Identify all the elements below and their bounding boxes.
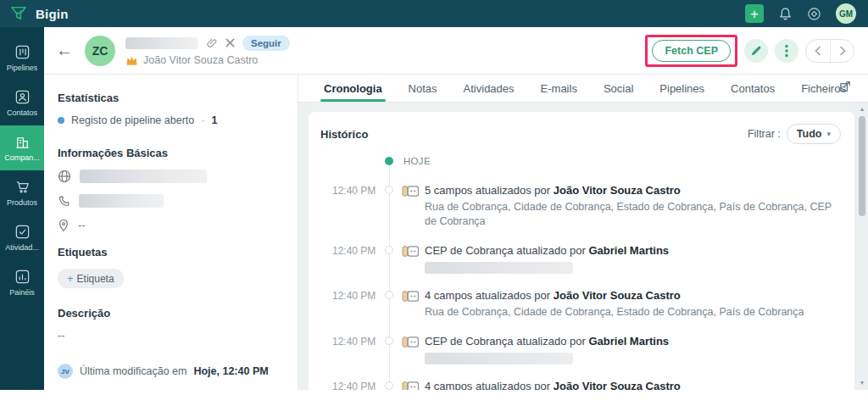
phone-value-redacted bbox=[79, 194, 164, 208]
pipelines-icon bbox=[14, 44, 31, 60]
timeline-node-icon bbox=[385, 381, 393, 390]
follow-button[interactable]: Seguir bbox=[242, 36, 290, 51]
sidebar-item-painis[interactable]: Painéis bbox=[0, 260, 44, 305]
record-tabs: CronologiaNotasAtividadesE-mailsSocialPi… bbox=[298, 75, 868, 103]
company-avatar: ZC bbox=[85, 36, 115, 66]
vertical-scrollbar[interactable]: ▴ ▾ bbox=[856, 103, 868, 390]
timeline-group-label: HOJE bbox=[403, 156, 431, 166]
modified-label: Última modificação em bbox=[80, 365, 186, 377]
open-pipeline-stat[interactable]: Registo de pipeline aberto · 1 bbox=[58, 114, 284, 126]
annotation-highlight-box: Fetch CEP bbox=[645, 35, 737, 67]
contacts-icon bbox=[14, 89, 31, 105]
back-arrow-icon[interactable]: ← bbox=[56, 41, 73, 60]
sidebar-item-atividad[interactable]: Atividad... bbox=[0, 215, 44, 260]
timeline-entry[interactable]: 12:40 PM CEP de Cobrança atualizado por … bbox=[320, 334, 841, 364]
timeline-entry[interactable]: 12:40 PM 4 campos atualizados por João V… bbox=[320, 379, 841, 390]
chevron-down-icon: ▾ bbox=[826, 130, 831, 138]
history-title: Histórico bbox=[320, 128, 368, 141]
tab-cronologia[interactable]: Cronologia bbox=[324, 75, 382, 102]
actor-name: Gabriel Martins bbox=[588, 244, 669, 257]
timeline-node-icon bbox=[385, 246, 393, 254]
products-icon bbox=[14, 179, 31, 195]
plus-icon: + bbox=[67, 272, 74, 285]
sidebar-item-contatos[interactable]: Contatos bbox=[0, 81, 44, 125]
filter-label: Filtrar : bbox=[748, 128, 781, 140]
next-record-button[interactable] bbox=[830, 40, 854, 62]
stats-section-title: Estatísticas bbox=[58, 92, 284, 104]
entry-detail-redacted bbox=[425, 353, 573, 364]
tab-ficheiros[interactable]: Ficheiros bbox=[801, 75, 846, 102]
description-value: -- bbox=[58, 330, 284, 342]
tab-atividades[interactable]: Atividades bbox=[464, 75, 515, 102]
scroll-up-arrow-icon[interactable]: ▴ bbox=[856, 105, 868, 113]
stat-label: Registo de pipeline aberto bbox=[71, 114, 194, 126]
tab-pipelines[interactable]: Pipelines bbox=[659, 75, 704, 102]
dashboards-icon bbox=[14, 269, 31, 285]
timeline-node-icon bbox=[385, 186, 393, 194]
field-update-icon bbox=[402, 183, 420, 198]
address-field[interactable]: -- bbox=[58, 219, 284, 232]
previous-record-button[interactable] bbox=[806, 40, 830, 62]
brand[interactable]: Bigin bbox=[10, 6, 69, 21]
owner-name: João Vitor Souza Castro bbox=[143, 54, 258, 66]
more-options-kebab-icon[interactable] bbox=[775, 39, 798, 63]
timeline-entry[interactable]: 12:40 PM 5 campos atualizados por João V… bbox=[320, 183, 841, 229]
phone-field[interactable] bbox=[58, 194, 284, 208]
scrollbar-thumb[interactable] bbox=[859, 116, 865, 216]
record-info-panel: Estatísticas Registo de pipeline aberto … bbox=[44, 75, 298, 390]
entry-detail-redacted bbox=[425, 262, 573, 274]
globe-icon bbox=[58, 170, 71, 183]
timeline-entry[interactable]: 12:40 PM CEP de Cobrança atualizado por … bbox=[320, 243, 841, 274]
stat-value: 1 bbox=[211, 114, 217, 126]
company-name-redacted bbox=[125, 37, 198, 49]
twitter-x-icon[interactable] bbox=[225, 37, 236, 48]
topbar: Bigin + GM bbox=[0, 0, 868, 27]
address-value: -- bbox=[78, 220, 85, 231]
tags-section-title: Etiquetas bbox=[58, 246, 284, 259]
history-timeline: HOJE 12:40 PM 5 campos atualizados por J… bbox=[320, 156, 841, 390]
stat-dot-icon bbox=[58, 117, 64, 124]
sidebar-item-pipelines[interactable]: Pipelines bbox=[0, 36, 44, 81]
modified-time: Hoje, 12:40 PM bbox=[193, 365, 268, 377]
record-detail-area: CronologiaNotasAtividadesE-mailsSocialPi… bbox=[298, 75, 868, 390]
field-update-icon bbox=[402, 243, 420, 259]
subscription-icon[interactable] bbox=[807, 7, 821, 21]
user-avatar[interactable]: GM bbox=[836, 3, 856, 24]
edit-pencil-icon[interactable] bbox=[744, 39, 768, 63]
link-icon[interactable] bbox=[205, 36, 218, 49]
website-value-redacted bbox=[80, 170, 207, 183]
notifications-bell-icon[interactable] bbox=[778, 7, 793, 21]
tab-social[interactable]: Social bbox=[604, 75, 633, 102]
website-field[interactable] bbox=[58, 170, 284, 183]
timeline-entry[interactable]: 12:40 PM 4 campos atualizados por João V… bbox=[320, 288, 841, 320]
sidebar-item-produtos[interactable]: Produtos bbox=[0, 170, 44, 215]
app-name: Bigin bbox=[36, 7, 69, 21]
modifier-avatar: JV bbox=[58, 364, 73, 379]
sidebar-item-compan[interactable]: Compan... bbox=[0, 125, 44, 170]
location-pin-icon bbox=[58, 219, 70, 232]
field-update-icon bbox=[402, 334, 420, 349]
basic-info-section-title: Informações Básicas bbox=[58, 147, 284, 159]
record-header: ← ZC Seguir João Vitor S bbox=[44, 27, 868, 75]
timeline-today-dot-icon bbox=[385, 157, 393, 165]
companies-icon bbox=[14, 134, 31, 150]
quick-add-button[interactable]: + bbox=[745, 4, 764, 23]
owner-crown-icon bbox=[125, 55, 138, 65]
field-update-icon bbox=[402, 288, 420, 303]
main-region: ← ZC Seguir João Vitor S bbox=[44, 27, 868, 391]
timeline-node-icon bbox=[385, 291, 393, 299]
tab-emails[interactable]: E-mails bbox=[541, 75, 577, 102]
description-section-title: Descrição bbox=[58, 307, 284, 320]
last-modified-row: JV Última modificação em Hoje, 12:40 PM bbox=[58, 364, 284, 379]
filter-dropdown[interactable]: Tudo ▾ bbox=[787, 124, 841, 144]
phone-icon bbox=[58, 195, 70, 208]
add-tag-button[interactable]: + Etiqueta bbox=[58, 269, 124, 288]
scroll-down-arrow-icon[interactable]: ▾ bbox=[856, 379, 868, 387]
tab-contatos[interactable]: Contatos bbox=[731, 75, 775, 102]
actor-name: Gabriel Martins bbox=[588, 335, 669, 348]
actor-name: João Vitor Souza Castro bbox=[554, 184, 681, 197]
timeline-node-icon bbox=[385, 336, 393, 345]
bigin-logo-icon bbox=[10, 6, 27, 21]
tab-notas[interactable]: Notas bbox=[409, 75, 437, 102]
fetch-cep-button[interactable]: Fetch CEP bbox=[652, 40, 731, 62]
